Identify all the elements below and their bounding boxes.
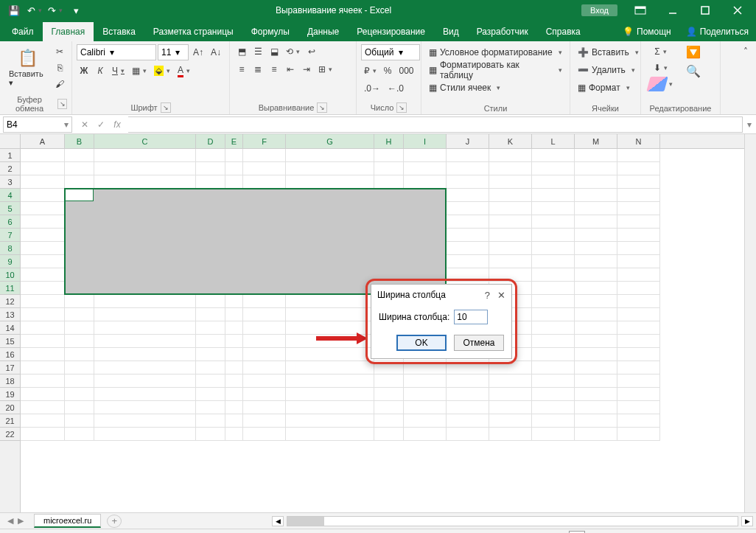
tab-data[interactable]: Данные (298, 22, 348, 41)
row-header[interactable]: 11 (0, 282, 20, 295)
fill-icon[interactable]: ⬇ (645, 60, 676, 75)
row-header[interactable]: 3 (0, 175, 20, 189)
collapse-ribbon-icon[interactable]: ˄ (738, 44, 753, 59)
undo-icon[interactable]: ↶ (25, 2, 44, 18)
column-header[interactable]: J (447, 134, 489, 148)
percent-icon[interactable]: % (380, 63, 395, 78)
column-header[interactable]: B (65, 134, 94, 148)
column-header[interactable]: G (286, 134, 374, 148)
help-icon[interactable]: ? (485, 290, 490, 301)
number-launcher[interactable]: ↘ (396, 102, 407, 113)
tab-formulas[interactable]: Формулы (242, 22, 298, 41)
row-header[interactable]: 7 (0, 229, 20, 242)
paste-button[interactable]: 📋 Вставить ▾ (4, 47, 51, 89)
scroll-right-icon[interactable]: ▶ (741, 516, 753, 526)
row-header[interactable]: 10 (0, 268, 20, 282)
insert-cells-button[interactable]: ➕ Вставить (575, 44, 636, 60)
clear-icon[interactable] (645, 77, 676, 91)
horizontal-scrollbar[interactable]: ◀ ▶ (269, 516, 756, 526)
conditional-format-button[interactable]: ▦ Условное форматирование (426, 44, 565, 60)
format-as-table-button[interactable]: ▦ Форматировать как таблицу (426, 62, 565, 78)
delete-cells-button[interactable]: ➖ Удалить (575, 62, 636, 78)
tab-nav-prev-icon[interactable]: ◀ (7, 516, 13, 526)
row-header[interactable]: 21 (0, 414, 20, 428)
row-header[interactable]: 8 (0, 242, 20, 255)
cancel-button[interactable]: Отмена (454, 335, 504, 351)
row-header[interactable]: 12 (0, 295, 20, 308)
row-header[interactable]: 20 (0, 401, 20, 414)
column-header[interactable]: M (575, 134, 617, 148)
cell-styles-button[interactable]: ▦ Стили ячеек (426, 80, 565, 96)
ribbon-options-icon[interactable] (625, 0, 656, 21)
close-icon[interactable]: ✕ (497, 290, 505, 301)
cancel-formula-icon[interactable]: ✕ (78, 119, 91, 130)
orientation-icon[interactable]: ⟲ (283, 44, 303, 59)
column-header[interactable]: I (404, 134, 447, 148)
align-top-icon[interactable]: ⬒ (234, 44, 249, 59)
tab-insert[interactable]: Вставка (94, 22, 144, 41)
row-header[interactable]: 4 (0, 189, 20, 202)
row-header[interactable]: 16 (0, 348, 20, 361)
qat-customize-icon[interactable]: ▾ (66, 2, 85, 18)
save-icon[interactable]: 💾 (4, 2, 24, 18)
align-left-icon[interactable]: ≡ (234, 62, 249, 77)
page-layout-view-icon[interactable]: ▤ (587, 531, 603, 534)
name-box[interactable]: B4▾ (3, 116, 72, 133)
decrease-font-icon[interactable]: A↓ (208, 45, 224, 60)
tab-review[interactable]: Рецензирование (348, 22, 434, 41)
copy-icon[interactable]: ⎘ (52, 60, 67, 75)
redo-icon[interactable]: ↷ (46, 2, 65, 18)
font-name-dropdown[interactable]: Calibri▾ (77, 44, 156, 60)
scroll-left-icon[interactable]: ◀ (272, 516, 284, 526)
column-header[interactable]: L (532, 134, 575, 148)
italic-button[interactable]: К (93, 63, 108, 78)
column-header[interactable]: E (225, 134, 243, 148)
align-right-icon[interactable]: ≡ (267, 62, 281, 77)
decrease-indent-icon[interactable]: ⇤ (283, 62, 298, 77)
expand-formula-icon[interactable]: ▾ (743, 119, 756, 130)
maximize-button[interactable] (690, 0, 721, 21)
new-sheet-button[interactable]: + (107, 515, 122, 528)
row-header[interactable]: 2 (0, 162, 20, 175)
login-button[interactable]: Вход (581, 4, 617, 16)
currency-icon[interactable]: ₽ (361, 63, 379, 78)
row-header[interactable]: 18 (0, 375, 20, 388)
tab-view[interactable]: Вид (434, 22, 468, 41)
tab-developer[interactable]: Разработчик (468, 22, 537, 41)
close-button[interactable] (722, 0, 753, 21)
font-size-dropdown[interactable]: 11▾ (158, 44, 189, 60)
underline-button[interactable]: Ч (109, 63, 127, 78)
tab-file[interactable]: Файл (3, 22, 43, 41)
find-select-icon[interactable]: 🔍 (683, 63, 704, 78)
page-break-view-icon[interactable]: ▥ (604, 531, 620, 534)
align-center-icon[interactable]: ≣ (251, 62, 265, 77)
column-header[interactable]: D (196, 134, 225, 148)
tab-help[interactable]: Справка (537, 22, 589, 41)
comma-icon[interactable]: 000 (396, 63, 416, 78)
row-header[interactable]: 9 (0, 255, 20, 268)
vertical-scrollbar[interactable] (744, 134, 756, 512)
row-header[interactable]: 1 (0, 149, 20, 162)
row-header[interactable]: 6 (0, 215, 20, 229)
format-cells-button[interactable]: ▦ Формат (575, 80, 636, 96)
format-painter-icon[interactable]: 🖌 (52, 77, 67, 91)
column-header[interactable]: F (243, 134, 286, 148)
minimize-button[interactable] (657, 0, 688, 21)
align-bottom-icon[interactable]: ⬓ (267, 44, 281, 59)
worksheet[interactable]: ABCDEFGHIJKLMN 1234567891011121314151617… (0, 134, 756, 512)
tab-layout[interactable]: Разметка страницы (144, 22, 242, 41)
formula-input[interactable] (128, 116, 743, 133)
row-header[interactable]: 5 (0, 202, 20, 215)
tab-home[interactable]: Главная (43, 22, 94, 41)
row-header[interactable]: 19 (0, 388, 20, 401)
increase-font-icon[interactable]: A↑ (190, 45, 206, 60)
decrease-decimal-icon[interactable]: ←.0 (385, 81, 407, 96)
font-color-icon[interactable]: A (175, 63, 193, 78)
fill-color-icon[interactable]: ⬙ (151, 63, 173, 78)
row-header[interactable]: 15 (0, 335, 20, 348)
enter-formula-icon[interactable]: ✓ (94, 119, 108, 130)
fx-icon[interactable]: fx (111, 119, 124, 130)
number-format-dropdown[interactable]: Общий▾ (361, 44, 420, 60)
borders-icon[interactable]: ▦ (129, 63, 150, 78)
cut-icon[interactable]: ✂ (52, 44, 67, 59)
